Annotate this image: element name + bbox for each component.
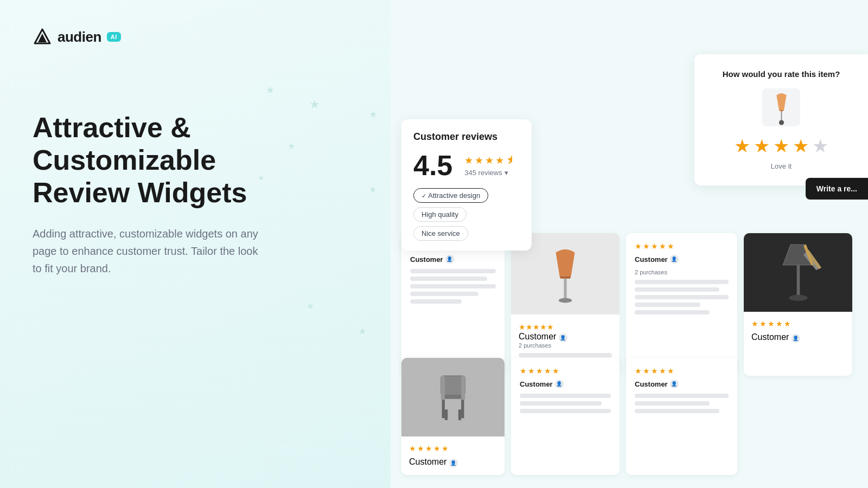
logo-area: audien AI <box>33 27 358 47</box>
rating-stars: ★ ★ ★ ★ ⯨ <box>464 155 515 166</box>
svg-rect-0 <box>781 111 782 120</box>
filter-tag-service[interactable]: Nice service <box>413 226 468 241</box>
svg-rect-10 <box>445 409 448 420</box>
card-5-image <box>401 358 505 436</box>
write-review-button[interactable]: Write a re... <box>806 178 868 200</box>
svg-rect-12 <box>441 376 445 400</box>
star-deco-7: ★ <box>307 301 314 311</box>
rate-product-image <box>762 88 800 126</box>
review-cards-row2: ★★★★★ Customer 👤 ★★★★★ Customer 👤 <box>401 358 868 475</box>
star-2: ★ <box>475 155 483 166</box>
card-2-stars: ★★★★★ <box>519 322 612 332</box>
widget-title: Customer reviews <box>413 131 520 143</box>
left-panel: audien AI Attractive & Customizable Revi… <box>0 0 391 488</box>
star-deco-1: ★ <box>266 84 275 96</box>
hero-title: Attractive & Customizable Review Widgets <box>33 112 250 209</box>
svg-rect-4 <box>796 265 800 296</box>
svg-point-1 <box>778 120 783 125</box>
card-7-customer: Customer 👤 <box>635 380 729 388</box>
card-4-content: ★★★★★ Customer 👤 <box>744 312 852 350</box>
rate-label: Love it <box>707 162 855 170</box>
card-6-customer: Customer 👤 <box>520 380 611 388</box>
rate-star-3[interactable]: ★ <box>773 135 789 157</box>
svg-rect-2 <box>564 279 566 299</box>
star-deco-8: ★ <box>358 325 367 337</box>
review-card-5: ★★★★★ Customer 👤 <box>401 358 505 475</box>
review-card-3: ★★★★★ Customer 👤 2 purchases <box>626 233 737 376</box>
rate-star-4[interactable]: ★ <box>793 135 809 157</box>
svg-rect-9 <box>461 399 464 418</box>
card-1-line3 <box>410 284 496 288</box>
card-1-customer: Customer 👤 <box>410 255 496 264</box>
card-1-line2 <box>410 277 487 281</box>
card-1-line4 <box>410 292 478 296</box>
rating-number: 4.5 <box>413 151 452 179</box>
review-cards-row1: ★★★★★ Customer 👤 <box>401 233 868 376</box>
ai-badge: AI <box>107 32 121 42</box>
rate-widget-title: How would you rate this item? <box>707 69 855 79</box>
star-deco-2: ★ <box>309 98 320 112</box>
card-7-line1 <box>635 394 729 398</box>
card-6-line1 <box>520 394 611 398</box>
star-1: ★ <box>464 155 473 166</box>
filter-tag-attractive[interactable]: Attractive design <box>413 188 488 203</box>
card-5-customer: Customer 👤 <box>409 457 497 467</box>
svg-rect-11 <box>458 409 461 420</box>
card-6-line3 <box>520 409 611 413</box>
review-card-7: ★★★★★ Customer 👤 <box>626 358 737 475</box>
card-4-customer-icon: 👤 <box>792 334 800 343</box>
filter-tag-quality[interactable]: High quality <box>413 207 467 222</box>
card-3-customer: Customer 👤 <box>635 255 729 264</box>
card-5-customer-icon: 👤 <box>449 459 458 467</box>
star-deco-4: ★ <box>288 141 295 151</box>
card-6-line2 <box>520 401 602 406</box>
rate-star-5[interactable]: ★ <box>812 135 828 157</box>
rate-stars-row[interactable]: ★ ★ ★ ★ ★ <box>707 135 855 157</box>
review-widget-main: Customer reviews 4.5 ★ ★ ★ ★ ⯨ 345 revie… <box>401 119 532 251</box>
star-4: ★ <box>495 155 504 166</box>
card-4-customer: Customer 👤 <box>751 332 845 343</box>
card-2-line1 <box>519 353 612 357</box>
card-2-customer: Customer 👤 <box>519 332 612 342</box>
svg-rect-8 <box>442 399 445 418</box>
card-3-stars: ★★★★★ <box>635 242 729 251</box>
svg-point-5 <box>789 294 807 300</box>
card-4-image <box>744 233 852 312</box>
rate-star-1[interactable]: ★ <box>734 135 750 157</box>
card-7-stars: ★★★★★ <box>635 367 729 375</box>
star-deco-3: ★ <box>369 108 378 120</box>
rate-star-2[interactable]: ★ <box>754 135 770 157</box>
card-3-line4 <box>635 303 700 307</box>
card-6-stars: ★★★★★ <box>520 367 611 375</box>
card-5-stars: ★★★★★ <box>409 444 497 453</box>
card-3-line5 <box>635 310 710 314</box>
review-card-6: ★★★★★ Customer 👤 <box>511 358 620 475</box>
review-card-4: ★★★★★ Customer 👤 <box>744 233 852 376</box>
hero-subtitle: Adding attractive, customizable widgets … <box>33 225 266 277</box>
star-deco-5: ★ <box>258 174 265 182</box>
card-1-customer-icon: 👤 <box>445 255 454 264</box>
card-3-line2 <box>635 287 719 292</box>
card-5-content: ★★★★★ Customer 👤 <box>401 436 505 475</box>
card-7-customer-icon: 👤 <box>670 380 679 388</box>
card-3-line3 <box>635 295 729 299</box>
filter-tags: Attractive design High quality Nice serv… <box>413 188 520 241</box>
card-3-purchases: 2 purchases <box>635 269 729 275</box>
star-5-half: ⯨ <box>506 155 515 166</box>
star-deco-6: ★ <box>369 184 376 195</box>
svg-rect-13 <box>461 376 465 400</box>
reviews-count: 345 reviews ▾ <box>464 169 515 177</box>
card-4-stars: ★★★★★ <box>751 319 845 328</box>
card-3-line1 <box>635 280 729 284</box>
review-card-1: ★★★★★ Customer 👤 <box>401 233 505 376</box>
card-2-customer-icon: 👤 <box>559 333 567 342</box>
logo-text: audien <box>58 29 101 46</box>
star-3: ★ <box>485 155 494 166</box>
card-1-line1 <box>410 269 496 273</box>
card-6-customer-icon: 👤 <box>555 380 564 388</box>
card-7-line3 <box>635 409 719 413</box>
card-7-line2 <box>635 401 710 406</box>
svg-point-3 <box>559 298 572 303</box>
right-panel: How would you rate this item? ★ ★ ★ ★ ★ … <box>391 0 868 488</box>
svg-rect-7 <box>443 395 463 399</box>
